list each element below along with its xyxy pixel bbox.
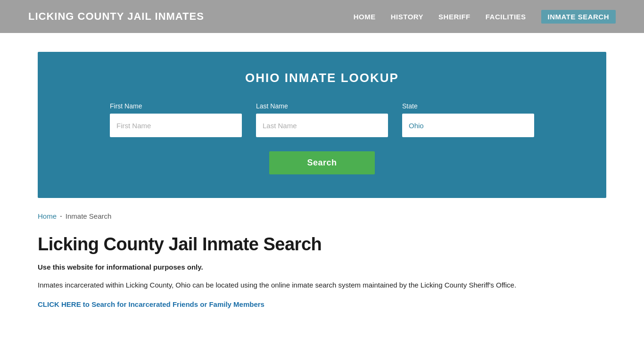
first-name-group: First Name xyxy=(110,102,242,137)
search-button-wrapper: Search xyxy=(66,151,578,174)
breadcrumb-separator: • xyxy=(60,214,62,218)
site-logo: LICKING COUNTY JAIL INMATES xyxy=(28,10,204,23)
first-name-label: First Name xyxy=(110,102,242,110)
nav-home[interactable]: HOME xyxy=(354,13,376,21)
main-content: Licking County Jail Inmate Search Use th… xyxy=(0,225,644,328)
page-title: Licking County Jail Inmate Search xyxy=(38,234,606,255)
state-label: State xyxy=(402,102,534,110)
search-fields-row: First Name Last Name State xyxy=(66,102,578,137)
main-nav: HOME HISTORY SHERIFF FACILITIES INMATE S… xyxy=(354,10,616,24)
search-button[interactable]: Search xyxy=(269,151,374,174)
last-name-group: Last Name xyxy=(256,102,388,137)
nav-inmate-search[interactable]: INMATE SEARCH xyxy=(541,10,616,24)
state-input[interactable] xyxy=(402,114,534,137)
breadcrumb-current: Inmate Search xyxy=(66,212,112,220)
nav-history[interactable]: HISTORY xyxy=(391,13,423,21)
nav-facilities[interactable]: FACILITIES xyxy=(486,13,526,21)
nav-sheriff[interactable]: SHERIFF xyxy=(438,13,471,21)
lookup-title: OHIO INMATE LOOKUP xyxy=(66,71,578,85)
state-group: State xyxy=(402,102,534,137)
last-name-input[interactable] xyxy=(256,114,388,137)
first-name-input[interactable] xyxy=(110,114,242,137)
inmate-lookup-panel: OHIO INMATE LOOKUP First Name Last Name … xyxy=(38,52,606,198)
info-regular-text: Inmates incarcerated within Licking Coun… xyxy=(38,280,533,291)
click-here-link[interactable]: CLICK HERE to Search for Incarcerated Fr… xyxy=(38,300,264,308)
last-name-label: Last Name xyxy=(256,102,388,110)
breadcrumb-home-link[interactable]: Home xyxy=(38,212,57,220)
info-bold-text: Use this website for informational purpo… xyxy=(38,263,606,271)
breadcrumb-section: Home • Inmate Search xyxy=(0,198,644,225)
site-header: LICKING COUNTY JAIL INMATES HOME HISTORY… xyxy=(0,0,644,33)
breadcrumb: Home • Inmate Search xyxy=(38,212,606,220)
